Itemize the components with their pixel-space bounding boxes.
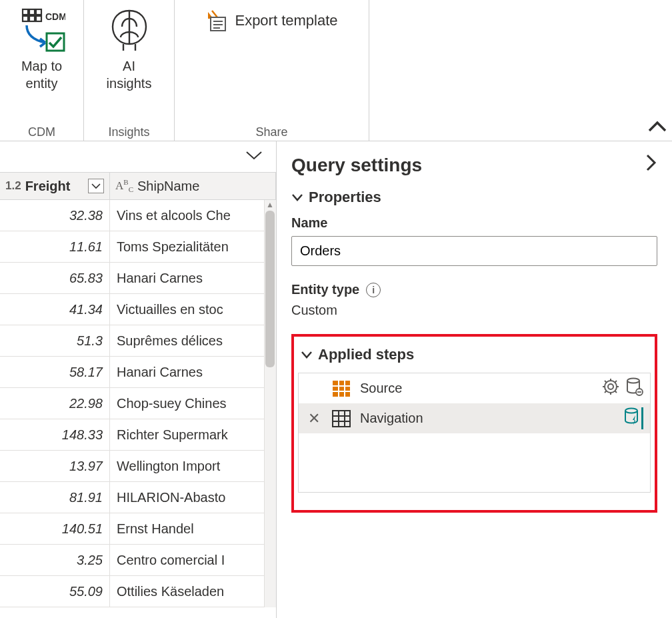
- svg-text:CDM: CDM: [45, 11, 65, 22]
- cell-freight: 41.34: [0, 294, 110, 325]
- map-to-entity-label-2: entity: [26, 76, 58, 91]
- table-row[interactable]: 22.98Chop-suey Chines: [0, 388, 276, 419]
- svg-point-38: [625, 409, 637, 413]
- name-label: Name: [291, 215, 657, 231]
- cell-shipname: Centro comercial I: [110, 545, 276, 575]
- applied-step-source-label: Source: [360, 381, 594, 396]
- delete-step-button[interactable]: ✕: [308, 410, 320, 427]
- applied-step-navigation[interactable]: ✕ Navigation: [299, 403, 650, 433]
- cell-freight: 11.61: [0, 231, 110, 262]
- cell-freight: 55.09: [0, 576, 110, 607]
- chevron-down-icon[interactable]: [245, 149, 263, 165]
- ribbon-group-title-share: Share: [175, 125, 369, 139]
- svg-line-29: [615, 381, 617, 383]
- cell-shipname: Wellington Import: [110, 451, 276, 481]
- cell-freight: 81.91: [0, 482, 110, 513]
- query-settings-header: Query settings: [291, 153, 657, 177]
- applied-steps-section-toggle[interactable]: Applied steps: [301, 346, 651, 363]
- ai-insights-label-2: insights: [107, 76, 152, 91]
- table-row[interactable]: 58.17Hanari Carnes: [0, 357, 276, 388]
- cell-freight: 22.98: [0, 388, 110, 419]
- entity-type-value: Custom: [291, 303, 657, 318]
- info-icon[interactable]: i: [366, 283, 381, 297]
- svg-rect-7: [47, 33, 64, 51]
- main: 1.2 Freight ABC ShipName ▲ 32.38Vins et …: [0, 141, 672, 618]
- entity-type-label: Entity type: [291, 282, 359, 297]
- table-preview: 1.2 Freight ABC ShipName ▲ 32.38Vins et …: [0, 141, 277, 618]
- column-header-freight[interactable]: 1.2 Freight: [0, 173, 110, 199]
- brain-icon: [105, 5, 154, 53]
- column-header-freight-label: Freight: [25, 179, 71, 194]
- table-row[interactable]: 13.97Wellington Import: [0, 451, 276, 482]
- export-template-label: Export template: [235, 12, 337, 29]
- query-name-input[interactable]: [291, 236, 657, 266]
- cell-freight: 3.25: [0, 545, 110, 575]
- cell-freight: 140.51: [0, 513, 110, 544]
- ai-insights-button[interactable]: AI insights: [101, 3, 158, 95]
- svg-rect-33: [333, 411, 350, 427]
- formula-bar[interactable]: [0, 141, 276, 172]
- table-row[interactable]: 3.25Centro comercial I: [0, 545, 276, 576]
- table-row[interactable]: 81.91HILARION-Abasto: [0, 482, 276, 513]
- database-flash-icon[interactable]: [624, 407, 643, 429]
- table-row[interactable]: 41.34Victuailles en stoc: [0, 294, 276, 325]
- ribbon: CDM Map to entity CDM: [0, 0, 672, 141]
- cell-freight: 148.33: [0, 419, 110, 450]
- collapse-panel-button[interactable]: [645, 153, 657, 177]
- applied-steps-section-label: Applied steps: [318, 346, 414, 363]
- ribbon-group-share: Export template Share: [175, 0, 369, 141]
- table-row[interactable]: 140.51Ernst Handel: [0, 513, 276, 545]
- svg-line-27: [615, 391, 617, 393]
- table-row[interactable]: 51.3Suprêmes délices: [0, 325, 276, 357]
- query-settings-title: Query settings: [291, 155, 422, 176]
- cell-shipname: Suprêmes délices: [110, 325, 276, 356]
- table-row[interactable]: 11.61Toms Spezialitäten: [0, 231, 276, 263]
- column-header-shipname[interactable]: ABC ShipName: [110, 173, 276, 199]
- text-type-icon: ABC: [115, 178, 133, 193]
- gear-icon[interactable]: [602, 378, 619, 399]
- ribbon-group-insights: AI insights Insights: [84, 0, 175, 141]
- applied-steps-list: Source ✕ Navigation: [298, 373, 651, 493]
- cell-shipname: Chop-suey Chines: [110, 388, 276, 419]
- cell-shipname: Ernst Handel: [110, 513, 276, 544]
- table-row[interactable]: 32.38Vins et alcools Che: [0, 200, 276, 231]
- ribbon-group-title-insights: Insights: [84, 125, 174, 139]
- collapse-ribbon-button[interactable]: [648, 117, 667, 138]
- table-row[interactable]: 148.33Richter Supermark: [0, 419, 276, 451]
- cell-shipname: Hanari Carnes: [110, 357, 276, 387]
- map-to-entity-label-1: Map to: [21, 59, 62, 73]
- table-orange-icon: [331, 380, 352, 397]
- svg-line-26: [605, 381, 607, 383]
- table-row[interactable]: 65.83Hanari Carnes: [0, 263, 276, 294]
- applied-step-source[interactable]: Source: [299, 373, 650, 403]
- map-to-entity-button[interactable]: CDM Map to entity: [15, 3, 69, 95]
- svg-point-20: [608, 384, 613, 389]
- cell-shipname: Ottilies Käseladen: [110, 576, 276, 607]
- entity-type-label-row: Entity type i: [291, 282, 657, 297]
- table-row[interactable]: 55.09Ottilies Käseladen: [0, 576, 276, 607]
- scroll-up-icon[interactable]: ▲: [265, 200, 275, 209]
- map-to-entity-icon: CDM: [19, 5, 65, 53]
- cell-freight: 13.97: [0, 451, 110, 481]
- svg-point-30: [627, 379, 639, 383]
- svg-rect-5: [36, 16, 41, 21]
- applied-step-navigation-label: Navigation: [360, 411, 616, 426]
- cell-shipname: Victuailles en stoc: [110, 294, 276, 325]
- svg-line-28: [605, 391, 607, 393]
- database-minus-icon[interactable]: [626, 377, 643, 399]
- cell-freight: 65.83: [0, 263, 110, 293]
- scroll-thumb[interactable]: [265, 211, 275, 367]
- svg-rect-15: [333, 381, 350, 397]
- svg-rect-3: [23, 16, 28, 21]
- cell-shipname: Toms Spezialitäten: [110, 231, 276, 262]
- cell-shipname: Hanari Carnes: [110, 263, 276, 293]
- export-template-button[interactable]: Export template: [197, 3, 345, 39]
- properties-section-toggle[interactable]: Properties: [291, 189, 657, 206]
- column-filter-freight[interactable]: [88, 179, 104, 193]
- svg-rect-2: [36, 9, 41, 15]
- cell-shipname: HILARION-Abasto: [110, 482, 276, 513]
- export-template-icon: [205, 9, 228, 32]
- scrollbar[interactable]: ▲: [264, 200, 276, 607]
- cell-freight: 58.17: [0, 357, 110, 387]
- cell-shipname: Vins et alcools Che: [110, 200, 276, 231]
